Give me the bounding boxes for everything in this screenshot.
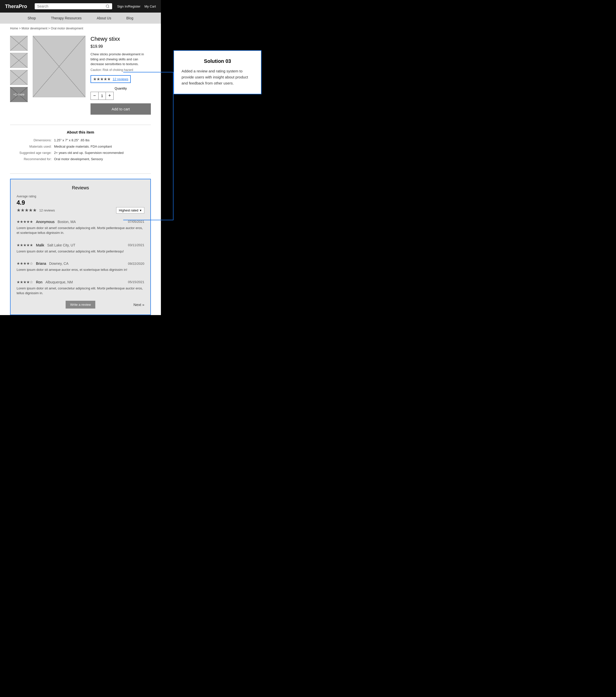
avg-rating-label: Average rating <box>17 195 144 198</box>
review-header-2: ★★★★★ Malik Salt Lake City, UT 03/11/202… <box>17 243 144 248</box>
search-icon <box>106 4 110 8</box>
about-section: About this item Dimensions: 1.25" x 7" x… <box>0 130 161 168</box>
nav-item-therapy[interactable]: Therapy Resources <box>51 16 81 20</box>
about-value-age: 2+ years old and up. Supervision recomme… <box>54 151 123 154</box>
reviewer-location-1: Boston, MA <box>58 220 76 224</box>
about-row-dimensions: Dimensions: 1.25" x 7" x 8.25" .65 lbs <box>10 138 151 142</box>
review-date-2: 03/11/2021 <box>128 243 144 247</box>
connector-line-bottom <box>123 220 174 220</box>
reviewer-name-4: Ron <box>36 280 43 284</box>
about-row-recommended: Recommended for: Oral motor development,… <box>10 157 151 161</box>
quantity-label: Quantity <box>91 87 151 90</box>
write-review-button[interactable]: Write a review <box>66 301 95 309</box>
sort-label: Highest rated <box>119 208 138 212</box>
product-price: $19.99 <box>91 44 151 49</box>
about-row-age: Suggested age range: 2+ years old and up… <box>10 151 151 154</box>
reviewer-name-1: Anonymous <box>36 220 55 224</box>
reviews-footer: Write a review Next » <box>17 301 144 309</box>
reviewer-name-3: Briana <box>36 262 46 266</box>
sort-chevron-icon: ▾ <box>140 208 141 212</box>
about-label-recommended: Recommended for: <box>10 157 54 161</box>
review-date-3: 09/22/2020 <box>128 262 144 266</box>
svg-line-1 <box>108 7 109 8</box>
product-thumbnails: +1 more <box>10 36 28 115</box>
review-header-3: ★★★★☆ Briana Downey, CA 09/22/2020 <box>17 261 144 266</box>
review-item-2: ★★★★★ Malik Salt Lake City, UT 03/11/202… <box>17 240 144 254</box>
page-container: TheraPro Sign In/Register My Cart Shop T… <box>0 0 161 315</box>
product-description: Chew sticks promote development in bitin… <box>91 52 151 66</box>
product-info: Chewy stixx $19.99 Chew sticks promote d… <box>91 36 151 115</box>
review-text-1: Lorem ipsum dolor sit amet! consectetur … <box>17 225 144 235</box>
review-header-4: ★★★★☆ Ron Albuquerque, NM 05/15/2021 <box>17 280 144 284</box>
review-item-4: ★★★★☆ Ron Albuquerque, NM 05/15/2021 Lor… <box>17 277 144 296</box>
thumbnail-3[interactable] <box>10 70 28 85</box>
product-stars: ★★★★★ <box>93 77 111 81</box>
search-input[interactable] <box>37 4 104 8</box>
product-caution: Caution: Risk of choking hazard <box>91 68 151 72</box>
product-section: +1 more Chewy stixx $19.99 Chew sticks p… <box>0 33 161 120</box>
about-value-dimensions: 1.25" x 7" x 8.25" .65 lbs <box>54 138 90 142</box>
product-main-image <box>33 36 86 97</box>
brand-logo[interactable]: TheraPro <box>5 3 27 9</box>
review-date-4: 05/15/2021 <box>128 280 144 284</box>
about-title: About this item <box>10 130 151 134</box>
connector-line-right <box>173 72 174 220</box>
thumbnail-2[interactable] <box>10 53 28 68</box>
nav-item-blog[interactable]: Blog <box>126 16 133 20</box>
thumbnail-more-label: +1 more <box>13 93 25 96</box>
header-links: Sign In/Register My Cart <box>117 4 156 8</box>
sort-dropdown[interactable]: Highest rated ▾ <box>116 207 144 213</box>
qty-increase-button[interactable]: + <box>106 92 114 100</box>
avg-stars: ★★★★★ <box>17 207 37 213</box>
about-value-recommended: Oral motor development, Sensory <box>54 157 103 161</box>
review-stars-2: ★★★★★ <box>17 243 33 248</box>
reviews-section: Reviews Average rating 4.9 ★★★★★ 12 revi… <box>10 179 151 315</box>
nav-item-shop[interactable]: Shop <box>28 16 36 20</box>
qty-value: 1 <box>98 92 106 100</box>
nav: Shop Therapy Resources About Us Blog <box>0 13 161 24</box>
svg-point-0 <box>106 5 109 8</box>
avg-rating-row: ★★★★★ 12 reviews Highest rated ▾ <box>17 207 144 213</box>
review-link[interactable]: 12 reviews <box>112 77 128 81</box>
review-stars-1: ★★★★★ <box>17 220 33 224</box>
breadcrumb: Home > Motor development > Oral motor de… <box>0 24 161 33</box>
header: TheraPro Sign In/Register My Cart <box>0 0 161 13</box>
avg-rating-number: 4.9 <box>17 199 144 206</box>
reviewer-name-2: Malik <box>36 243 44 247</box>
product-title: Chewy stixx <box>91 36 151 42</box>
cart-link[interactable]: My Cart <box>145 4 156 8</box>
review-date-1: 07/05/2021 <box>128 220 144 224</box>
about-label-materials: Materials used: <box>10 145 54 148</box>
reviewer-location-4: Albuquerque, NM <box>45 280 73 284</box>
review-text-4: Lorem ipsum dolor sit amet, consectetur … <box>17 286 144 296</box>
reviews-title: Reviews <box>17 185 144 191</box>
search-bar[interactable] <box>35 3 112 9</box>
sign-in-link[interactable]: Sign In/Register <box>117 4 140 8</box>
about-label-dimensions: Dimensions: <box>10 138 54 142</box>
add-to-cart-button[interactable]: Add to cart <box>91 103 151 115</box>
reviewer-location-3: Downey, CA <box>49 262 69 266</box>
solution-title: Solution 03 <box>182 58 253 64</box>
about-label-age: Suggested age range: <box>10 151 54 154</box>
quantity-controls: − 1 + <box>91 92 114 100</box>
nav-item-about[interactable]: About Us <box>97 16 111 20</box>
qty-decrease-button[interactable]: − <box>91 92 98 100</box>
divider-2 <box>10 174 151 174</box>
thumbnail-more[interactable]: +1 more <box>10 87 28 102</box>
solution-box: Solution 03 Added a review and rating sy… <box>174 50 261 94</box>
thumbnail-1[interactable] <box>10 36 28 51</box>
solution-text: Added a review and rating system to prov… <box>182 68 253 86</box>
next-button[interactable]: Next » <box>134 302 144 307</box>
review-stars-4: ★★★★☆ <box>17 280 33 284</box>
review-count-text: 12 reviews <box>39 208 55 212</box>
product-rating[interactable]: ★★★★★ 12 reviews <box>91 75 131 83</box>
about-row-materials: Materials used: Medical grade materials.… <box>10 145 151 148</box>
next-label: Next <box>134 302 141 307</box>
review-text-3: Lorem ipsum dolor sit ameque auctor eros… <box>17 267 144 272</box>
review-text-2: Lorem ipsum dolor sit amet, consectetur … <box>17 249 144 254</box>
about-value-materials: Medical grade materials. FDA compliant <box>54 145 112 148</box>
review-stars-3: ★★★★☆ <box>17 261 33 266</box>
review-item-3: ★★★★☆ Briana Downey, CA 09/22/2020 Lorem… <box>17 259 144 272</box>
connector-line-top <box>123 72 174 72</box>
next-chevron-icon: » <box>142 302 144 307</box>
